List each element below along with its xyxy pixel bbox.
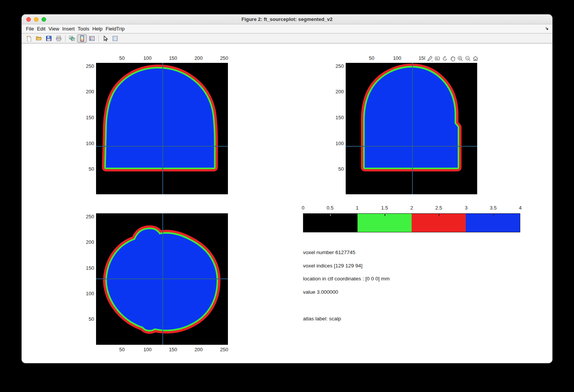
sagittal-slice-image <box>96 63 228 194</box>
colorbar-tick <box>439 214 439 216</box>
zoom-out-icon <box>465 55 471 62</box>
toolbar-separator <box>98 35 99 42</box>
datatips-button[interactable] <box>434 55 441 62</box>
menu-fieldtrip[interactable]: FieldTrip <box>104 26 126 32</box>
menu-insert[interactable]: Insert <box>61 26 76 32</box>
slice-coronal[interactable] <box>346 63 477 194</box>
colorbar-tick-label: 1.5 <box>378 205 391 211</box>
crosshair-vertical <box>162 213 163 345</box>
x-tick-label: 150 <box>166 55 180 61</box>
x-tick-label: 50 <box>115 55 129 61</box>
slice-sagittal[interactable] <box>96 63 228 194</box>
property-inspector-icon <box>112 35 118 42</box>
menu-tools[interactable]: Tools <box>76 26 91 32</box>
colorbar-segment-blue <box>466 214 520 232</box>
datatips-icon <box>434 55 441 62</box>
print-icon <box>56 35 62 42</box>
location-text: location in ctf coordinates : [0 0 0] mm <box>303 276 390 282</box>
colorbar <box>303 213 520 232</box>
menu-overflow-arrow-icon[interactable]: ↘ <box>545 26 548 31</box>
colorbar-tick-label: 1 <box>350 205 364 211</box>
y-tick-label: 200 <box>79 89 94 94</box>
restore-view-button[interactable] <box>472 55 479 62</box>
colorbar-tick <box>385 214 385 216</box>
rotate-3d-button[interactable] <box>441 55 449 62</box>
axes-toolbar <box>425 54 480 63</box>
colorbar-tick <box>330 214 331 216</box>
colorbar-tick <box>493 214 494 216</box>
save-floppy-icon <box>46 35 52 42</box>
y-tick-label: 250 <box>329 63 344 69</box>
brush-icon <box>426 55 433 62</box>
colorbar-icon <box>80 35 84 42</box>
link-plot-icon <box>69 35 75 42</box>
axial-slice-image <box>96 213 228 345</box>
cursor-arrow-icon <box>102 35 108 42</box>
rotate-3d-icon <box>442 55 448 62</box>
new-file-button[interactable] <box>24 34 34 43</box>
menu-view[interactable]: View <box>47 26 61 32</box>
titlebar[interactable]: Figure 2: ft_sourceplot: segmented_v2 <box>22 14 552 24</box>
colorbar-tick-label: 3 <box>459 205 473 211</box>
colorbar-tick-label: 2 <box>405 205 418 211</box>
edit-plot-button[interactable] <box>100 34 110 43</box>
x-tick-label: 250 <box>217 55 231 61</box>
atlas-label-text: atlas label: scalp <box>303 316 341 322</box>
colorbar-tick-label: 2.5 <box>432 205 446 211</box>
x-tick-label: 200 <box>192 347 205 352</box>
y-tick-label: 100 <box>329 141 344 146</box>
figure-canvas: 50 100 150 200 250 250 200 150 100 50 50… <box>22 43 552 363</box>
legend-icon <box>89 35 95 42</box>
y-tick-label: 150 <box>329 115 344 120</box>
y-tick-label: 100 <box>79 291 94 296</box>
menu-edit[interactable]: Edit <box>35 26 47 32</box>
colorbar-segment-red <box>412 214 466 232</box>
open-file-button[interactable] <box>34 34 44 43</box>
crosshair-horizontal <box>346 146 477 147</box>
x-tick-label: 50 <box>115 347 129 352</box>
print-button[interactable] <box>54 34 64 43</box>
colorbar-segment-background <box>303 214 358 232</box>
value-text: value 3.000000 <box>303 289 338 295</box>
y-tick-label: 250 <box>79 214 94 219</box>
figure-window: Figure 2: ft_sourceplot: segmented_v2 Fi… <box>22 14 552 363</box>
coronal-slice-image <box>346 63 477 194</box>
colorbar-tick-label: 0 <box>296 205 310 211</box>
colorbar-tick-label: 4 <box>513 205 527 211</box>
crosshair-vertical <box>412 63 413 194</box>
menu-file[interactable]: File <box>24 26 35 32</box>
link-plot-button[interactable] <box>67 34 77 43</box>
pan-button[interactable] <box>449 55 456 62</box>
crosshair-horizontal <box>96 146 228 147</box>
figure-toolbar <box>22 34 552 43</box>
property-inspector-button[interactable] <box>110 34 120 43</box>
x-tick-label: 200 <box>192 55 205 61</box>
x-tick-label: 250 <box>217 347 231 352</box>
window-title: Figure 2: ft_sourceplot: segmented_v2 <box>22 14 552 24</box>
insert-colorbar-button[interactable] <box>77 34 87 43</box>
colorbar-segment-green <box>358 214 412 232</box>
save-button[interactable] <box>44 34 54 43</box>
open-folder-icon <box>36 35 42 42</box>
brush-button[interactable] <box>426 55 433 62</box>
crosshair-horizontal <box>96 278 228 279</box>
y-tick-label: 200 <box>79 239 94 245</box>
y-tick-label: 150 <box>79 265 94 271</box>
y-tick-label: 50 <box>329 166 344 172</box>
slice-axial[interactable] <box>96 213 228 345</box>
y-tick-label: 150 <box>79 115 94 120</box>
zoom-in-button[interactable] <box>457 55 464 62</box>
colorbar-tick-label: 0.5 <box>323 205 337 211</box>
x-tick-label: 50 <box>365 55 378 61</box>
insert-legend-button[interactable] <box>87 34 97 43</box>
colorbar-tick-label: 3.5 <box>486 205 500 211</box>
x-tick-label: 100 <box>141 347 154 352</box>
voxel-indices-text: voxel indices [129 129 94] <box>303 263 362 269</box>
x-tick-label: 100 <box>141 55 154 61</box>
zoom-in-icon <box>457 55 463 62</box>
x-tick-label: 150 <box>166 347 180 352</box>
menu-help[interactable]: Help <box>91 26 104 32</box>
crosshair-vertical <box>162 63 163 194</box>
zoom-out-button[interactable] <box>464 55 471 62</box>
home-icon <box>472 55 479 62</box>
